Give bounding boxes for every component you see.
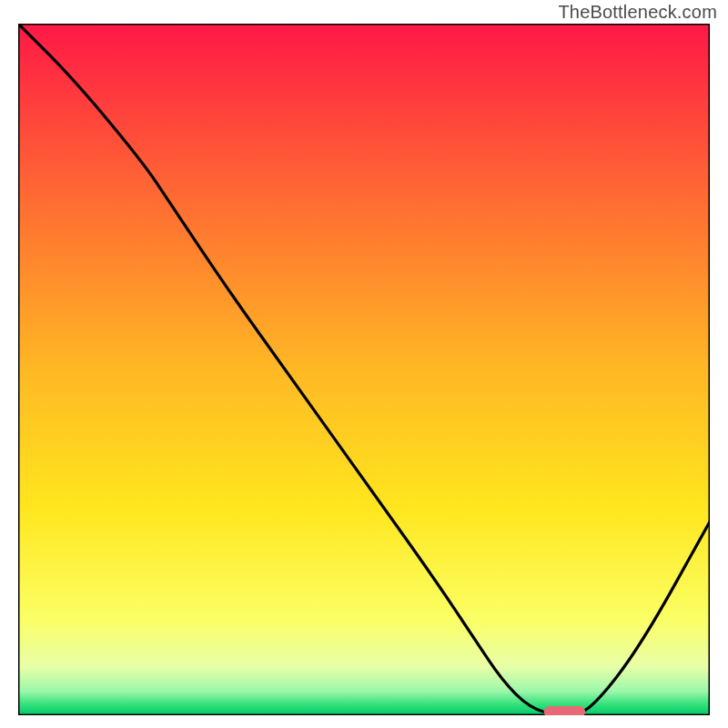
chart-svg — [18, 24, 710, 715]
watermark-text: TheBottleneck.com — [558, 2, 717, 23]
chart-container: TheBottleneck.com — [0, 0, 728, 728]
optimal-range-marker — [544, 706, 586, 715]
plot-frame — [18, 24, 710, 715]
gradient-background — [18, 24, 710, 715]
